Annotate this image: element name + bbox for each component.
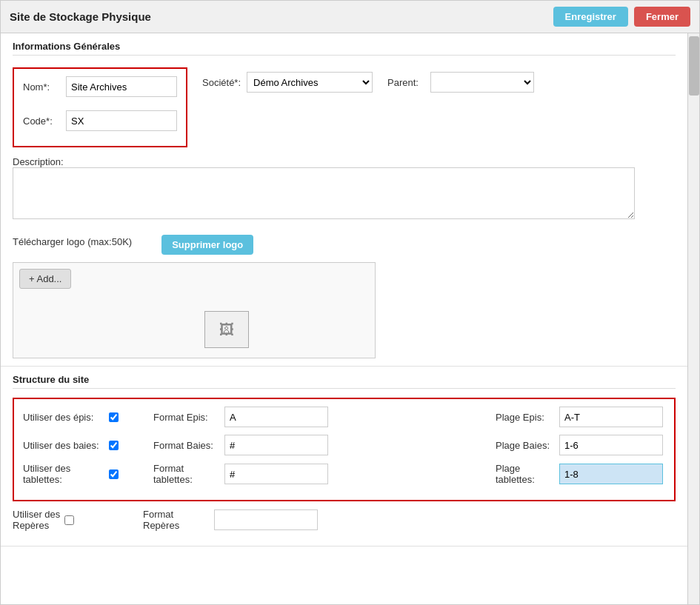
nom-input[interactable] <box>66 76 177 97</box>
format-reperes-label: Format Repères <box>143 509 210 531</box>
epis-row: Utiliser des épis: Format Epis: Plage Ep… <box>23 407 665 427</box>
plage-tablettes-input[interactable] <box>559 464 663 484</box>
utiliser-epis-label: Utiliser des épis: <box>23 412 104 423</box>
logo-row: Télécharger logo (max:50K) Supprimer log… <box>13 229 676 255</box>
format-baies-input[interactable] <box>224 435 328 455</box>
format-epis-input[interactable] <box>224 407 328 427</box>
description-group: Description: <box>13 156 676 221</box>
nom-label: Nom*: <box>23 81 60 93</box>
societe-group: Société*: Démo Archives <box>202 72 373 93</box>
code-row: Code*: <box>23 110 177 131</box>
utiliser-baies-label: Utiliser des baies: <box>23 440 104 451</box>
format-tablettes-label: Format tablettes: <box>153 463 220 485</box>
structure-du-site-title: Structure du site <box>13 374 676 389</box>
logo-upload-area: + Add... 🖼 <box>13 262 676 358</box>
societe-select[interactable]: Démo Archives <box>247 72 373 93</box>
plage-tablettes-label: Plage tablettes: <box>496 463 555 485</box>
parent-select[interactable] <box>430 72 534 93</box>
scrollbar-thumb[interactable] <box>689 36 699 96</box>
utiliser-reperes-label2: Repères <box>13 520 60 531</box>
add-button[interactable]: + Add... <box>19 269 71 289</box>
fermer-button[interactable]: Fermer <box>634 7 690 27</box>
structure-fields-box: Utiliser des épis: Format Epis: Plage Ep… <box>13 398 676 501</box>
format-epis-label: Format Epis: <box>153 412 220 423</box>
image-placeholder: 🖼 <box>204 311 249 348</box>
utiliser-epis-checkbox[interactable] <box>109 412 119 422</box>
plage-baies-label: Plage Baies: <box>496 440 555 451</box>
main-content: Informations Générales Nom*: Code*: <box>1 33 687 604</box>
window-title: Site de Stockage Physique <box>10 10 151 23</box>
societe-label: Société*: <box>202 77 241 88</box>
plage-epis-input[interactable] <box>559 407 663 427</box>
toolbar-buttons: Enregistrer Fermer <box>553 7 690 27</box>
supprimer-logo-button[interactable]: Supprimer logo <box>161 235 253 255</box>
code-label: Code*: <box>23 116 60 127</box>
nom-code-box: Nom*: Code*: <box>13 67 187 147</box>
scrollbar[interactable] <box>687 33 699 604</box>
format-baies-label: Format Baies: <box>153 440 220 451</box>
plage-epis-label: Plage Epis: <box>496 412 555 423</box>
utiliser-tablettes-checkbox[interactable] <box>109 469 119 479</box>
utiliser-reperes-checkbox[interactable] <box>64 515 74 525</box>
utiliser-tablettes-label: Utiliser des tablettes: <box>23 463 104 485</box>
image-icon: 🖼 <box>219 321 234 338</box>
description-textarea[interactable] <box>13 167 635 219</box>
baies-row: Utiliser des baies: Format Baies: Plage … <box>23 435 665 455</box>
upload-box: + Add... 🖼 <box>13 262 376 358</box>
plage-baies-input[interactable] <box>559 435 663 455</box>
format-reperes-input[interactable] <box>214 509 318 530</box>
utiliser-baies-checkbox[interactable] <box>109 441 119 450</box>
informations-generales-title: Informations Générales <box>13 41 676 56</box>
nom-row: Nom*: <box>23 76 177 97</box>
structure-du-site-section: Structure du site Utiliser des épis: For… <box>1 367 687 546</box>
description-label: Description: <box>13 156 64 167</box>
parent-group: Parent: <box>387 72 534 93</box>
reperes-row: Utiliser des Repères Format Repères <box>13 509 676 531</box>
enregistrer-button[interactable]: Enregistrer <box>553 7 628 27</box>
code-input[interactable] <box>66 110 177 131</box>
utiliser-reperes-label: Utiliser des <box>13 509 60 520</box>
parent-label: Parent: <box>387 77 424 88</box>
telecharger-label: Télécharger logo (max:50K) <box>13 236 132 247</box>
title-bar: Site de Stockage Physique Enregistrer Fe… <box>1 1 699 33</box>
format-tablettes-input[interactable] <box>224 464 328 484</box>
informations-generales-section: Informations Générales Nom*: Code*: <box>1 33 687 367</box>
tablettes-row: Utiliser des tablettes: Format tablettes… <box>23 463 665 485</box>
